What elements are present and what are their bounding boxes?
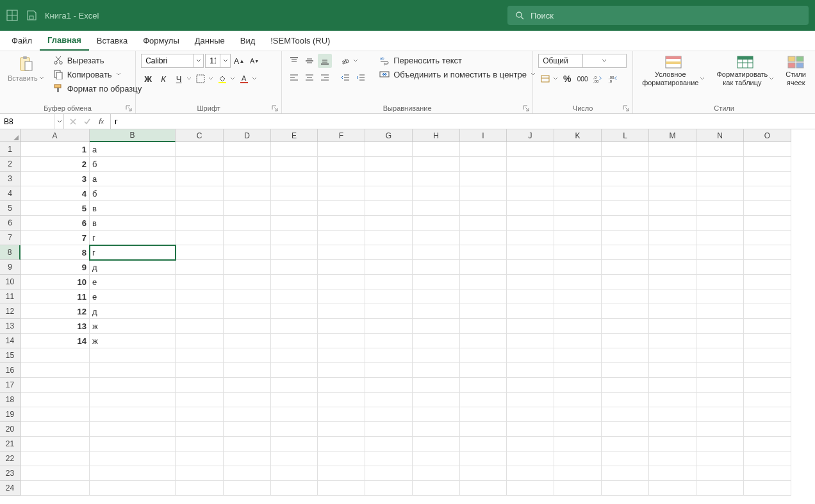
- clipboard-launcher[interactable]: [125, 104, 133, 112]
- column-header[interactable]: D: [224, 129, 271, 142]
- cell[interactable]: 8: [21, 245, 90, 260]
- cell[interactable]: [649, 201, 696, 216]
- cell[interactable]: [365, 260, 413, 275]
- cell[interactable]: [224, 172, 271, 186]
- cell[interactable]: [460, 437, 507, 451]
- cell[interactable]: [318, 422, 365, 437]
- cell[interactable]: [602, 393, 649, 407]
- font-launcher[interactable]: [271, 104, 279, 112]
- cell[interactable]: [744, 319, 791, 334]
- cell[interactable]: [602, 260, 649, 275]
- cell[interactable]: [224, 216, 271, 231]
- cell[interactable]: [318, 142, 365, 157]
- cell[interactable]: [744, 275, 791, 289]
- cell[interactable]: [176, 422, 224, 437]
- cell[interactable]: 11: [21, 289, 90, 304]
- cell[interactable]: [271, 245, 318, 260]
- cell[interactable]: [649, 451, 696, 466]
- cell[interactable]: [176, 437, 224, 451]
- cell[interactable]: [90, 393, 176, 407]
- cell[interactable]: [271, 348, 318, 363]
- cell[interactable]: [602, 172, 649, 186]
- cell[interactable]: [318, 245, 365, 260]
- tab-главная[interactable]: Главная: [40, 31, 89, 51]
- cell[interactable]: [176, 451, 224, 466]
- cell[interactable]: [90, 481, 176, 496]
- cell[interactable]: [696, 216, 744, 231]
- cell[interactable]: [21, 348, 90, 363]
- cell[interactable]: [90, 348, 176, 363]
- cell[interactable]: [176, 348, 224, 363]
- cell[interactable]: [649, 348, 696, 363]
- cell-styles-button[interactable]: Стилиячеек: [782, 54, 810, 88]
- cell[interactable]: [554, 275, 602, 289]
- cell[interactable]: [176, 289, 224, 304]
- cell[interactable]: [224, 334, 271, 348]
- cell[interactable]: [365, 157, 413, 172]
- cell[interactable]: [224, 466, 271, 481]
- cell[interactable]: [318, 186, 365, 201]
- number-format-arrow[interactable]: [582, 54, 627, 67]
- cell[interactable]: [649, 363, 696, 378]
- cell[interactable]: [602, 304, 649, 319]
- copy-button[interactable]: Копировать: [51, 68, 145, 81]
- cell[interactable]: [602, 334, 649, 348]
- cell[interactable]: [649, 393, 696, 407]
- cell[interactable]: [365, 451, 413, 466]
- cell[interactable]: 1: [21, 142, 90, 157]
- cell[interactable]: [507, 319, 554, 334]
- row-header[interactable]: 3: [0, 172, 21, 186]
- cell[interactable]: [649, 304, 696, 319]
- borders-arrow[interactable]: [208, 76, 214, 81]
- cell[interactable]: [413, 393, 460, 407]
- cell[interactable]: [224, 142, 271, 157]
- cell[interactable]: [507, 378, 554, 393]
- cell[interactable]: [744, 289, 791, 304]
- cell[interactable]: [365, 422, 413, 437]
- tab-вставка[interactable]: Вставка: [89, 31, 135, 51]
- decrease-font-button[interactable]: A▼: [247, 54, 261, 68]
- cell[interactable]: [602, 481, 649, 496]
- cell[interactable]: [554, 319, 602, 334]
- cell[interactable]: [176, 466, 224, 481]
- cell[interactable]: [649, 142, 696, 157]
- cell[interactable]: [224, 201, 271, 216]
- cell[interactable]: [649, 216, 696, 231]
- cell[interactable]: [224, 319, 271, 334]
- cell[interactable]: [554, 260, 602, 275]
- cell[interactable]: [602, 216, 649, 231]
- tab-!semtools (ru)[interactable]: !SEMTools (RU): [263, 31, 338, 51]
- cell[interactable]: [271, 157, 318, 172]
- tab-вид[interactable]: Вид: [233, 31, 263, 51]
- cell[interactable]: [21, 451, 90, 466]
- cell[interactable]: [744, 231, 791, 245]
- cell[interactable]: [318, 216, 365, 231]
- font-name-arrow[interactable]: [193, 54, 203, 67]
- cell[interactable]: [554, 186, 602, 201]
- cell[interactable]: [744, 172, 791, 186]
- cell[interactable]: [224, 348, 271, 363]
- cell[interactable]: [224, 481, 271, 496]
- underline-button[interactable]: Ч: [172, 72, 186, 86]
- column-header[interactable]: H: [413, 129, 460, 142]
- cell[interactable]: [318, 393, 365, 407]
- cell[interactable]: [460, 363, 507, 378]
- cell[interactable]: [507, 422, 554, 437]
- cell[interactable]: [413, 245, 460, 260]
- cell[interactable]: [649, 186, 696, 201]
- search-box[interactable]: [507, 6, 809, 25]
- cell[interactable]: [224, 304, 271, 319]
- row-header[interactable]: 19: [0, 407, 21, 422]
- cell[interactable]: [413, 231, 460, 245]
- underline-arrow[interactable]: [186, 76, 192, 81]
- chevron-down-icon[interactable]: [116, 72, 121, 77]
- cell[interactable]: в: [90, 201, 176, 216]
- cell[interactable]: [554, 451, 602, 466]
- cell[interactable]: б: [90, 186, 176, 201]
- cell[interactable]: [318, 231, 365, 245]
- cell[interactable]: [318, 157, 365, 172]
- column-header[interactable]: K: [554, 129, 602, 142]
- align-top-button[interactable]: [287, 54, 301, 68]
- cell[interactable]: [554, 216, 602, 231]
- cell[interactable]: [21, 407, 90, 422]
